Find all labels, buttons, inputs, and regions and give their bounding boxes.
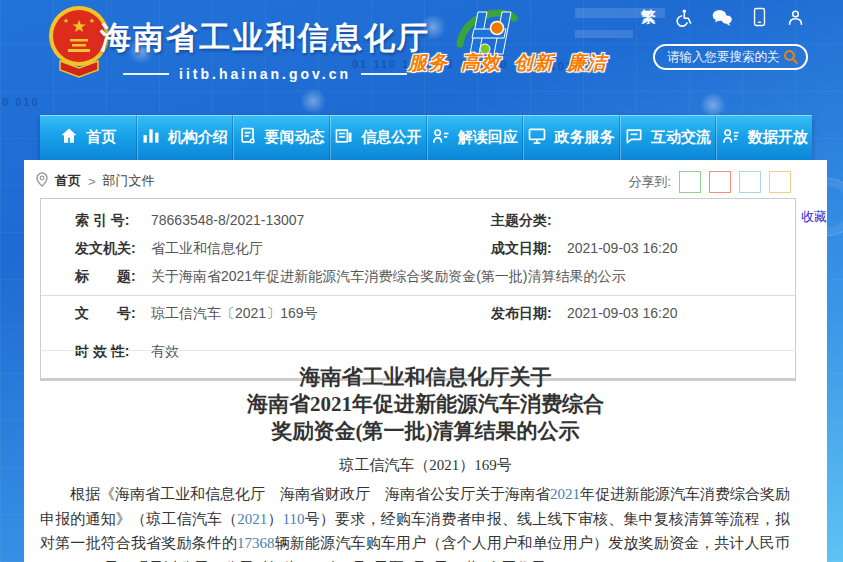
article-title-line: 奖励资金(第一批)清算结果的公示 [24,418,827,445]
mobile-icon[interactable] [751,7,768,27]
svg-text:★: ★ [89,17,95,24]
breadcrumb-home[interactable]: 首页 [55,172,81,190]
breadcrumb-separator: > [88,174,96,189]
meta-date-pub-value: 2021-09-03 16:20 [567,305,678,321]
slogan: 服务高效创新廉洁 [408,50,607,76]
meta-issuer-value: 省工业和信息化厅 [151,240,263,256]
nav-item-response[interactable]: 解读回应 [426,115,523,160]
share-button-0[interactable] [679,171,701,193]
site-search[interactable] [653,44,808,70]
search-input[interactable] [665,49,782,65]
share-button-1[interactable] [709,171,731,193]
meta-title-value: 关于海南省2021年促进新能源汽车消费综合奖励资金(第一批)清算结果的公示 [151,268,625,284]
favorite-link[interactable]: 收藏 [801,208,827,226]
nav-item-label: 互动交流 [651,128,711,147]
site-title: 海南省工业和信息化厅 [100,17,430,59]
opendata-icon [721,126,741,149]
nav-item-label: 解读回应 [458,128,518,147]
org-icon [141,126,161,149]
nav-item-label: 机构介绍 [168,128,228,147]
paragraph-text: 根据《海南省工业和信息化厅 海南省财政厅 海南省公安厅关于海南省 [70,486,550,502]
nav-item-label: 政务服务 [554,128,614,147]
traditional-chinese-toggle[interactable]: 繁 [641,8,656,27]
background-bar [575,30,633,38]
meta-topic-label: 主题分类: [491,212,559,230]
nav-item-label: 信息公开 [361,128,421,147]
section-divider [40,350,796,351]
article-paragraph: 根据《海南省工业和信息化厅 海南省财政厅 海南省公安厅关于海南省2021年促进新… [40,482,790,562]
service-icon [527,126,547,149]
share-row: 分享到: [628,171,791,193]
article-title-line: 海南省工业和信息化厅关于 [24,364,827,391]
nav-item-home[interactable]: 首页 [40,115,136,160]
share-button-3[interactable] [769,171,791,193]
meta-doc-no-label: 文 号: [75,305,143,323]
meta-row: 文 号:琼工信汽车〔2021〕169号 发布日期:2021-09-03 16:2… [41,300,795,328]
accessibility-icon[interactable] [674,8,693,27]
slogan-word: 廉洁 [567,50,607,76]
meta-validity-label: 时 效 性: [75,343,143,361]
info-icon [334,126,354,149]
site-domain: iitb.hainan.gov.cn [100,66,430,82]
binary-decor: 0 010 [2,96,40,108]
content-card: 首页 > 部门文件 分享到: 收藏 索 引 号:78663548-8/2021-… [24,160,827,562]
slogan-word: 高效 [461,50,501,76]
nav-item-service[interactable]: 政务服务 [522,115,619,160]
location-pin-icon [36,172,48,190]
nav-item-info[interactable]: 信息公开 [329,115,426,160]
breadcrumb: 首页 > 部门文件 [36,172,155,190]
dash-decor [361,73,407,75]
meta-doc-no-value: 琼工信汽车〔2021〕169号 [151,305,318,321]
meta-row: 时 效 性:有效 [41,338,795,366]
breadcrumb-current[interactable]: 部门文件 [103,172,155,190]
paragraph-number: 2021 [550,486,580,502]
meta-row: 标 题:关于海南省2021年促进新能源汽车消费综合奖励资金(第一批)清算结果的公… [41,263,795,291]
nav-item-label: 数据开放 [748,128,808,147]
main-nav: 首页机构介绍要闻动态信息公开解读回应政务服务互动交流数据开放 [40,115,812,160]
nav-item-news[interactable]: 要闻动态 [232,115,329,160]
nav-item-org[interactable]: 机构介绍 [136,115,233,160]
meta-issuer-label: 发文机关: [75,240,143,258]
user-icon[interactable] [786,8,805,27]
share-button-2[interactable] [739,171,761,193]
slogan-word: 创新 [514,50,554,76]
paragraph-text: ） [267,511,282,527]
glow-dot [300,88,326,114]
document-meta-table: 索 引 号:78663548-8/2021-13007 主题分类: 发文机关:省… [40,198,796,381]
wechat-icon[interactable] [711,8,733,27]
article-title: 海南省工业和信息化厅关于海南省2021年促进新能源汽车消费综合奖励资金(第一批)… [24,364,827,445]
paragraph-number: 17368 [237,535,275,551]
meta-date-written-value: 2021-09-03 16:20 [567,240,678,256]
share-label: 分享到: [628,173,671,191]
nav-item-label: 要闻动态 [265,128,325,147]
article-title-line: 海南省2021年促进新能源汽车消费综合 [24,391,827,418]
article-doc-number: 琼工信汽车（2021）169号 [24,456,827,475]
nav-item-opendata[interactable]: 数据开放 [715,115,812,160]
meta-date-pub-label: 发布日期: [491,305,559,323]
home-icon [59,126,79,149]
paragraph-text: 辆新能源汽车购车用户（含个人用户和单位用户）发放奖励资金，共计人民币 [275,535,790,551]
meta-title-label: 标 题: [75,268,143,286]
svg-text:★: ★ [63,17,69,24]
slogan-word: 服务 [408,50,448,76]
meta-date-written-label: 成文日期: [491,240,559,258]
nav-item-interact[interactable]: 互动交流 [619,115,716,160]
meta-index-value: 78663548-8/2021-13007 [151,212,304,228]
interact-icon [624,126,644,149]
news-icon [238,126,258,149]
page: 01 110 101 011 010110 11010 0 010 ★ ★ ★ … [0,0,843,562]
meta-row: 发文机关:省工业和信息化厅 成文日期:2021-09-03 16:20 [41,235,795,263]
meta-divider [41,295,795,296]
dash-decor [123,73,169,75]
nav-item-label: 首页 [86,128,116,147]
paragraph-number: 2021 [237,511,267,527]
meta-row: 索 引 号:78663548-8/2021-13007 主题分类: [41,207,795,235]
response-icon [431,126,451,149]
svg-text:★: ★ [71,17,86,36]
meta-index-label: 索 引 号: [75,212,143,230]
meta-validity-value: 有效 [151,343,179,359]
paragraph-number: 110 [283,511,305,527]
search-icon[interactable] [782,48,800,66]
